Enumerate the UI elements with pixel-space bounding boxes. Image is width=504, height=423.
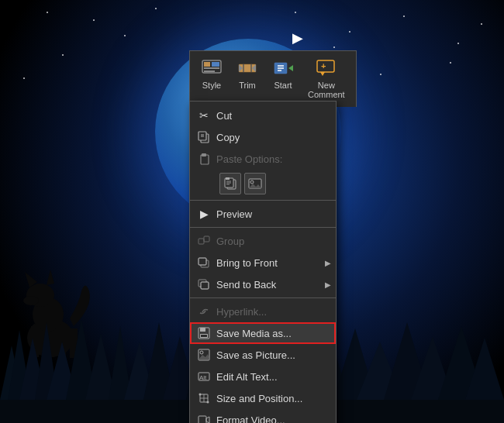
svg-point-78 (200, 351, 203, 354)
new-comment-label-line1: New (318, 81, 335, 90)
paste-picture-button[interactable] (244, 173, 266, 194)
svg-marker-79 (198, 354, 209, 359)
svg-point-85 (199, 394, 202, 396)
svg-rect-68 (204, 236, 209, 242)
menu-item-copy[interactable]: Copy (190, 126, 336, 148)
start-label: Start (274, 81, 292, 90)
menu-item-hyperlink[interactable]: Hyperlink... (190, 301, 336, 322)
menu-item-save-media-as[interactable]: Save Media as... (190, 322, 336, 344)
bring-to-front-arrow: ▶ (325, 259, 331, 267)
paste-icon (196, 151, 212, 167)
cut-icon: ✂ (196, 108, 212, 123)
menu-item-save-as-picture[interactable]: Save as Picture... (190, 344, 336, 366)
toolbar: Style Trim Start (189, 50, 357, 107)
svg-marker-88 (206, 417, 209, 423)
svg-rect-57 (202, 153, 206, 156)
separator-1 (190, 200, 336, 201)
menu-item-size-position[interactable]: Size and Position... (190, 387, 336, 409)
svg-rect-60 (226, 177, 230, 180)
new-comment-icon: + (316, 57, 337, 79)
context-menu: ✂ Cut Copy Paste Options: (189, 101, 337, 423)
svg-marker-45 (288, 65, 293, 71)
save-media-icon (196, 325, 212, 341)
svg-rect-70 (198, 258, 206, 265)
paste-options-row (190, 170, 336, 198)
svg-rect-74 (200, 328, 205, 332)
svg-rect-67 (198, 239, 204, 244)
toolbar-trim-button[interactable]: Trim (230, 54, 264, 102)
size-position-icon (196, 390, 212, 406)
toolbar-new-comment-button[interactable]: + New Comment (302, 54, 351, 102)
svg-rect-38 (212, 62, 219, 67)
preview-icon: ▶ (196, 206, 212, 222)
send-to-back-icon (196, 277, 212, 292)
svg-text:+: + (321, 61, 326, 70)
start-icon (272, 57, 294, 79)
menu-item-paste-options: Paste Options: (190, 148, 336, 170)
paste-keep-source-button[interactable] (219, 173, 241, 194)
style-label: Style (202, 81, 221, 90)
trim-icon (236, 57, 258, 79)
svg-rect-35 (204, 62, 210, 67)
toolbar-start-button[interactable]: Start (266, 54, 300, 102)
menu-item-preview[interactable]: ▶ Preview (190, 203, 336, 225)
svg-rect-72 (201, 282, 209, 289)
svg-point-86 (207, 401, 209, 404)
group-icon (196, 233, 212, 249)
svg-marker-50 (320, 72, 325, 76)
new-comment-label-line2: Comment (308, 90, 345, 99)
menu-item-group[interactable]: Group (190, 230, 336, 252)
menu-item-edit-alt-text[interactable]: Alt Edit Alt Text... (190, 366, 336, 387)
svg-text:Alt: Alt (199, 374, 207, 381)
svg-rect-36 (204, 67, 219, 69)
svg-rect-87 (198, 416, 206, 423)
trim-label: Trim (239, 81, 256, 90)
bring-to-front-icon (196, 255, 212, 270)
svg-marker-8 (47, 270, 54, 285)
style-icon (201, 57, 223, 79)
toolbar-style-button[interactable]: Style (195, 54, 229, 102)
send-to-back-arrow: ▶ (325, 280, 331, 289)
copy-icon (196, 129, 212, 145)
save-as-picture-icon (196, 347, 212, 363)
menu-item-send-to-back[interactable]: Send to Back ▶ (190, 273, 336, 295)
format-video-icon (196, 412, 212, 423)
edit-alt-text-icon: Alt (196, 369, 212, 384)
hyperlink-icon (196, 304, 212, 319)
separator-2 (190, 227, 336, 228)
menu-item-format-video[interactable]: Format Video... (190, 409, 336, 423)
svg-rect-76 (201, 335, 207, 337)
separator-3 (190, 297, 336, 298)
svg-rect-37 (204, 70, 215, 72)
menu-item-cut[interactable]: ✂ Cut (190, 105, 336, 126)
menu-item-bring-to-front[interactable]: Bring to Front ▶ (190, 252, 336, 273)
